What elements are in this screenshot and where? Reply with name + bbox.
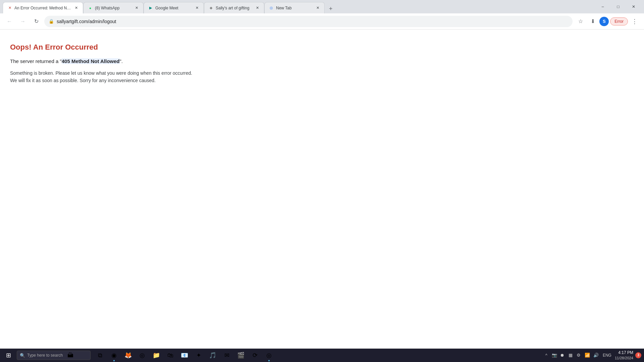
tab-close[interactable]: ✕ bbox=[315, 5, 320, 11]
reload-button[interactable]: ↻ bbox=[31, 16, 42, 27]
tab-sally-tab[interactable]: ◆ Sally's art of gifting ✕ bbox=[204, 2, 264, 13]
tab-title: An Error Occurred: Method No... bbox=[14, 6, 71, 10]
taskbar-app-edge[interactable]: ◉ bbox=[107, 349, 121, 362]
taskbar-app-chrome[interactable]: ◎ bbox=[136, 349, 149, 362]
nav-right-actions: ☆ ⬇ S Error ⋮ bbox=[575, 16, 640, 27]
taskbar-right: ^ 📷 ⏺ ▦ ⚙ 📶 🔊 ENG 4:17 PM 11/28/2024 3 bbox=[543, 350, 644, 360]
forward-button[interactable]: → bbox=[17, 16, 28, 27]
taskbar-app-mail[interactable]: ✉ bbox=[220, 349, 233, 362]
tab-close[interactable]: ✕ bbox=[255, 5, 260, 11]
taskbar-app-bittorrent[interactable]: ⟳ bbox=[248, 349, 262, 362]
camera-tray[interactable]: 📷 bbox=[551, 352, 558, 359]
error-title: Oops! An Error Occurred bbox=[10, 43, 634, 52]
tab-list: ✕ An Error Occurred: Method No... ✕ ● (8… bbox=[3, 0, 595, 13]
tab-close[interactable]: ✕ bbox=[73, 5, 79, 11]
taskbar-app-task-view[interactable]: ⧉ bbox=[93, 349, 107, 362]
tab-favicon: ▶ bbox=[148, 5, 153, 11]
tab-title: (8) WhatsApp bbox=[95, 6, 132, 10]
download-button[interactable]: ⬇ bbox=[587, 16, 598, 27]
error-body: Something is broken. Please let us know … bbox=[10, 69, 198, 84]
clock-date: 11/28/2024 bbox=[615, 356, 633, 360]
taskbar-app-vlc[interactable]: 🎵 bbox=[206, 349, 219, 362]
taskbar-mascot-icon: 🏔 bbox=[67, 352, 73, 359]
language-indicator: ENG bbox=[601, 353, 613, 358]
error-badge[interactable]: Error bbox=[610, 17, 628, 25]
subtitle-suffix: ". bbox=[120, 58, 123, 64]
tab-favicon: ✕ bbox=[7, 5, 12, 11]
tab-title: Google Meet bbox=[155, 6, 192, 10]
taskbar-app-claquette[interactable]: 🎬 bbox=[234, 349, 248, 362]
notification-badge[interactable]: 3 bbox=[635, 352, 641, 358]
wifi-icon[interactable]: 📶 bbox=[584, 352, 591, 359]
taskbar-app-chrome[interactable]: ◎ bbox=[262, 349, 276, 362]
app-active-indicator bbox=[268, 360, 270, 361]
taskbar-app-file-explorer[interactable]: 📁 bbox=[150, 349, 163, 362]
taskbar-search[interactable]: 🔍 Type here to search 🏔 bbox=[17, 351, 91, 360]
start-button[interactable]: ⊞ bbox=[0, 349, 17, 362]
menu-button[interactable]: ⋮ bbox=[629, 16, 640, 27]
search-placeholder: Type here to search bbox=[27, 353, 63, 358]
tab-whatsapp-tab[interactable]: ● (8) WhatsApp ✕ bbox=[83, 2, 144, 13]
lock-icon: 🔒 bbox=[49, 19, 54, 24]
tab-favicon: ● bbox=[88, 5, 93, 11]
search-icon: 🔍 bbox=[20, 353, 25, 358]
restore-button[interactable]: □ bbox=[610, 1, 626, 12]
new-tab-button[interactable]: + bbox=[326, 4, 335, 13]
bookmark-button[interactable]: ☆ bbox=[575, 16, 586, 27]
profile-button[interactable]: S bbox=[599, 17, 609, 26]
tab-newtab-tab[interactable]: ◎ New Tab ✕ bbox=[264, 2, 325, 13]
volume-icon[interactable]: 🔊 bbox=[593, 352, 599, 359]
address-input[interactable] bbox=[57, 19, 568, 24]
system-tray-icon[interactable]: ▦ bbox=[567, 352, 574, 359]
minimize-button[interactable]: – bbox=[595, 1, 610, 12]
system-tray: ^ 📷 ⏺ ▦ ⚙ bbox=[543, 352, 582, 359]
taskbar-app-store[interactable]: 🛍 bbox=[164, 349, 177, 362]
app-active-indicator bbox=[113, 360, 115, 361]
tab-favicon: ◎ bbox=[269, 5, 274, 11]
taskbar: ⊞ 🔍 Type here to search 🏔 ⧉◉🦊◎📁🛍📧✦🎵✉🎬⟳◎ … bbox=[0, 349, 644, 362]
recorder-tray[interactable]: ⏺ bbox=[559, 352, 566, 359]
window-controls: – □ ✕ bbox=[595, 1, 641, 12]
taskbar-clock[interactable]: 4:17 PM 11/28/2024 bbox=[615, 350, 633, 360]
taskbar-app-outlook[interactable]: 📧 bbox=[178, 349, 191, 362]
show-hidden-tray[interactable]: ^ bbox=[543, 352, 550, 359]
close-button[interactable]: ✕ bbox=[626, 1, 641, 12]
taskbar-app-copilot[interactable]: ✦ bbox=[192, 349, 205, 362]
back-button[interactable]: ← bbox=[4, 16, 15, 27]
tab-favicon: ◆ bbox=[208, 5, 214, 11]
title-bar: ✕ An Error Occurred: Method No... ✕ ● (8… bbox=[0, 0, 644, 13]
error-code: 405 Method Not Allowed bbox=[62, 58, 120, 64]
settings-tray[interactable]: ⚙ bbox=[575, 352, 582, 359]
page-content: Oops! An Error Occurred The server retur… bbox=[0, 29, 644, 349]
taskbar-apps: ⧉◉🦊◎📁🛍📧✦🎵✉🎬⟳◎ bbox=[93, 349, 276, 362]
tab-meet-tab[interactable]: ▶ Google Meet ✕ bbox=[144, 2, 204, 13]
error-subtitle: The server returned a "405 Method Not Al… bbox=[10, 58, 634, 64]
tab-error-tab[interactable]: ✕ An Error Occurred: Method No... ✕ bbox=[3, 2, 83, 13]
taskbar-app-firefox[interactable]: 🦊 bbox=[121, 349, 135, 362]
tab-close[interactable]: ✕ bbox=[134, 5, 139, 11]
clock-time: 4:17 PM bbox=[615, 350, 633, 356]
navigation-bar: ← → ↻ 🔒 ☆ ⬇ S Error ⋮ bbox=[0, 13, 644, 29]
subtitle-prefix: The server returned a " bbox=[10, 58, 62, 64]
tab-title: New Tab bbox=[276, 6, 313, 10]
tab-close[interactable]: ✕ bbox=[194, 5, 200, 11]
address-bar-container: 🔒 bbox=[44, 16, 573, 27]
tab-title: Sally's art of gifting bbox=[216, 6, 253, 10]
